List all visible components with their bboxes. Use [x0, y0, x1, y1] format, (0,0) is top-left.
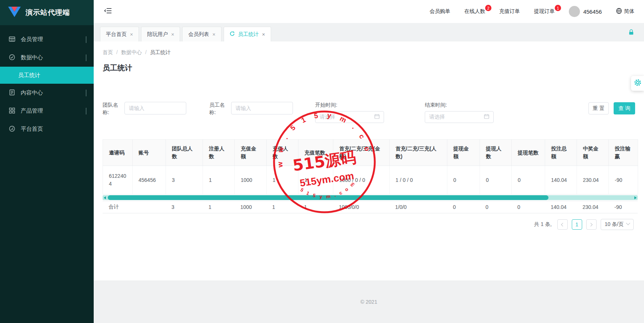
topbar-link-online-users[interactable]: 在线人数 2 [464, 8, 485, 15]
sidebar-menu: 会员管理 数据中心 员工统计 [0, 25, 94, 138]
table-cell: 1000 / 0 / 0 [333, 166, 390, 194]
sidebar-item-label: 平台首页 [21, 126, 43, 133]
chevron-down-icon [86, 90, 86, 96]
first-charge-count-link[interactable]: 1 / 0 / 0 [390, 166, 447, 194]
avatar [569, 6, 580, 17]
close-icon[interactable]: × [262, 31, 265, 37]
withdraw-orders-badge: 1 [555, 5, 561, 11]
tab-companion-users[interactable]: 陪玩用户 × [141, 27, 180, 41]
topbar-right: 会员购单 在线人数 2 充值订单 提现订单 1 456456 [430, 6, 634, 17]
pagination-total: 共 1 条, [534, 221, 551, 228]
tab-label: 陪玩用户 [147, 31, 168, 38]
table-cell: 140.04 [545, 166, 577, 194]
sidebar-item-member-management[interactable]: 会员管理 [0, 30, 94, 49]
sidebar-item-staff-statistics[interactable]: 员工统计 [0, 67, 94, 84]
breadcrumb-item[interactable]: 数据中心 [121, 49, 142, 56]
staff-name-label: 员工名称: [209, 101, 228, 116]
table-header-cell: 投注总额 [545, 140, 577, 166]
lock-icon[interactable] [628, 29, 634, 37]
team-name-input[interactable] [124, 102, 186, 114]
next-page-button[interactable] [586, 219, 597, 230]
globe-icon [616, 8, 622, 15]
table-cell: 0 [447, 166, 480, 194]
table-cell: 1 [298, 166, 333, 194]
sidebar: 演示站代理端 会员管理 数据中心 [0, 0, 94, 323]
sidebar-item-label: 员工统计 [18, 72, 40, 78]
table-cell: 6122404 [103, 166, 133, 194]
sidebar-item-label: 内容中心 [21, 89, 43, 96]
breadcrumb-item[interactable]: 首页 [103, 49, 113, 56]
register-count-link[interactable]: 1 [203, 166, 235, 194]
table-header-cell: 提现笔数 [512, 140, 545, 166]
breadcrumb: 首页 / 数据中心 / 员工统计 [103, 41, 635, 56]
scroll-right-arrow-icon[interactable] [634, 196, 637, 199]
appstore-icon [9, 107, 15, 115]
end-time-picker[interactable]: 请选择 [425, 111, 494, 123]
start-time-placeholder: 请选择 [320, 114, 374, 120]
total-cell: 230.04 [577, 201, 608, 213]
table-cell: 456456 [133, 166, 166, 194]
topbar: 会员购单 在线人数 2 充值订单 提现订单 1 456456 [94, 0, 644, 23]
page-number-button[interactable]: 1 [572, 219, 582, 230]
table-header-cell: 提现金额 [447, 140, 480, 166]
tab-platform-home[interactable]: 平台首页 × [100, 27, 139, 41]
topbar-link-recharge-orders[interactable]: 充值订单 [499, 8, 520, 15]
refresh-icon[interactable] [230, 31, 235, 37]
staff-name-input[interactable] [231, 102, 293, 114]
horizontal-scrollbar[interactable] [103, 195, 638, 200]
total-cell: 1 [203, 201, 234, 213]
total-cell: 3 [166, 201, 203, 213]
table-header-cell: 首充/二充/三充(人数) [390, 140, 447, 166]
app-title: 演示站代理端 [26, 8, 70, 17]
calendar-icon [374, 114, 380, 120]
close-icon[interactable]: × [130, 31, 133, 37]
settings-button[interactable] [631, 76, 644, 91]
table-cell: 1000 [235, 166, 267, 194]
language-switcher[interactable]: 简体 [616, 8, 634, 15]
sidebar-item-product-management[interactable]: 产品管理 [0, 102, 94, 120]
close-icon[interactable]: × [171, 31, 174, 37]
tab-label: 会员列表 [188, 31, 209, 38]
tab-member-list[interactable]: 会员列表 × [182, 27, 221, 41]
end-time-label: 结束时间: [425, 102, 494, 109]
table-header-cell: 充值金额 [235, 140, 267, 166]
table-header-cell: 团队总人数 [166, 140, 203, 166]
table-header-cell: 注册人数 [203, 140, 235, 166]
table-header-cell: 投注输赢 [609, 140, 638, 166]
chevron-down-icon [86, 36, 86, 43]
table-row: 6122404 456456 3 1 1000 1 1 1000 / 0 / 0… [103, 166, 638, 194]
reset-button[interactable]: 重 置 [588, 102, 609, 114]
total-cell [132, 201, 166, 213]
page-content: 首页 / 数据中心 / 员工统计 员工统计 团队名称: 员工名称: 开始时间: [94, 41, 644, 280]
collapse-sidebar-icon[interactable] [104, 7, 112, 16]
team-name-group: 团队名称: [103, 102, 186, 116]
user-menu[interactable]: 456456 [569, 6, 602, 17]
scrollbar-thumb[interactable] [108, 195, 548, 200]
page-size-value: 10 条/页 [605, 221, 624, 228]
page-title: 员工统计 [103, 63, 635, 73]
sidebar-item-data-center[interactable]: 数据中心 [0, 49, 94, 67]
tab-staff-statistics[interactable]: 员工统计 × [224, 27, 271, 41]
prev-page-button[interactable] [557, 219, 568, 230]
start-time-picker[interactable]: 请选择 [315, 111, 384, 123]
query-button[interactable]: 查 询 [614, 102, 635, 114]
topbar-link-withdraw-orders[interactable]: 提现订单 1 [534, 8, 555, 15]
tab-label: 平台首页 [106, 31, 127, 38]
table-total-row: 合计 3 1 1000 1 1 1000/0/0 1/0/0 0 0 0 [103, 201, 638, 213]
staff-name-group: 员工名称: [209, 102, 293, 116]
total-cell: 1000/0/0 [333, 201, 389, 213]
topbar-link-label: 会员购单 [430, 8, 450, 14]
scroll-left-arrow-icon[interactable] [104, 196, 106, 199]
page-size-select[interactable]: 10 条/页 [601, 219, 634, 230]
sidebar-item-platform-home[interactable]: 平台首页 [0, 120, 94, 138]
sidebar-item-content-center[interactable]: 内容中心 [0, 84, 94, 102]
table-header-cell: 账号 [133, 140, 166, 166]
total-cell: 140.04 [545, 201, 577, 213]
topbar-link-member-orders[interactable]: 会员购单 [430, 8, 450, 15]
table-cell: 0 [480, 166, 512, 194]
table-header-row: 邀请码 账号 团队总人数 注册人数 充值金额 充值人数 充值笔数 首充/二充/三… [103, 140, 638, 166]
close-icon[interactable]: × [212, 31, 215, 37]
table-cell: -90 [609, 166, 638, 194]
total-cell: 0 [480, 201, 511, 213]
start-time-label: 开始时间: [315, 102, 384, 109]
